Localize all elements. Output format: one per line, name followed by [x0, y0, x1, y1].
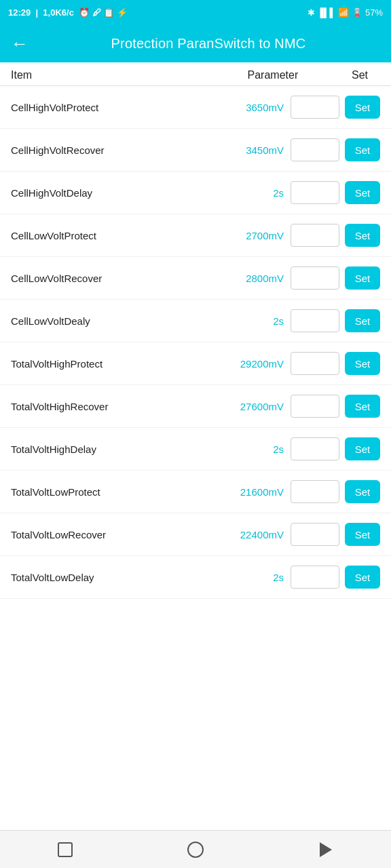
- set-button[interactable]: Set: [345, 566, 380, 589]
- row-param-value: 2s: [173, 572, 291, 583]
- table-row: TotalVoltLowDelay2sSet: [0, 556, 391, 599]
- status-icons: ✱ ▐▌▌ 📶 🪫 57%: [308, 7, 384, 18]
- row-set-input[interactable]: [291, 267, 339, 290]
- row-set-input[interactable]: [291, 352, 339, 375]
- row-item-name: TotalVoltLowProtect: [11, 486, 173, 498]
- row-item-name: TotalVoltLowDelay: [11, 572, 173, 583]
- table-row: TotalVoltLowRecover22400mVSet: [0, 513, 391, 556]
- header: ← Protection ParanSwitch to NMC: [0, 24, 391, 62]
- back-button[interactable]: ←: [11, 33, 29, 54]
- page-title: Protection ParanSwitch to NMC: [37, 36, 380, 52]
- circle-icon: [187, 842, 204, 858]
- table-row: TotalVoltHighDelay2sSet: [0, 428, 391, 471]
- set-button[interactable]: Set: [345, 267, 380, 290]
- status-bar: 12:29 | 1,0K6/c ⏰ 🖊 📋 ⚡ ✱ ▐▌▌ 📶 🪫 57%: [0, 0, 391, 24]
- home-button[interactable]: [185, 840, 206, 860]
- triangle-icon: [320, 842, 332, 857]
- col-header-item: Item: [11, 69, 206, 81]
- row-item-name: CellLowVoltDealy: [11, 315, 173, 327]
- row-set-input[interactable]: [291, 437, 339, 460]
- row-set-input[interactable]: [291, 480, 339, 503]
- table-row: CellLowVoltProtect2700mVSet: [0, 214, 391, 257]
- row-param-value: 2s: [173, 443, 291, 455]
- set-button[interactable]: Set: [345, 437, 380, 460]
- row-item-name: CellHighVoltRecover: [11, 144, 173, 156]
- status-time-speed: 12:29 | 1,0K6/c ⏰ 🖊 📋 ⚡: [8, 7, 128, 18]
- row-param-value: 2s: [173, 315, 291, 327]
- row-set-input[interactable]: [291, 566, 339, 589]
- nav-bar: [0, 830, 391, 868]
- set-button[interactable]: Set: [345, 96, 380, 119]
- column-headers: Item Parameter Set: [0, 62, 391, 86]
- row-param-value: 3450mV: [173, 144, 291, 156]
- set-button[interactable]: Set: [345, 181, 380, 204]
- row-item-name: CellLowVoltProtect: [11, 230, 173, 241]
- col-header-parameter: Parameter: [206, 69, 339, 81]
- table-row: TotalVoltHighRecover27600mVSet: [0, 385, 391, 428]
- row-param-value: 21600mV: [173, 486, 291, 498]
- table-row: CellLowVoltRecover2800mVSet: [0, 257, 391, 300]
- set-button[interactable]: Set: [345, 309, 380, 332]
- set-button[interactable]: Set: [345, 480, 380, 503]
- row-param-value: 22400mV: [173, 529, 291, 540]
- back-nav-button[interactable]: [316, 840, 336, 860]
- rows-container: CellHighVoltProtect3650mVSetCellHighVolt…: [0, 86, 391, 606]
- recent-apps-button[interactable]: [55, 840, 75, 860]
- row-param-value: 2s: [173, 187, 291, 199]
- set-button[interactable]: Set: [345, 352, 380, 375]
- table-row: CellHighVoltRecover3450mVSet: [0, 129, 391, 172]
- row-item-name: CellHighVoltDelay: [11, 187, 173, 199]
- row-param-value: 29200mV: [173, 358, 291, 370]
- table-row: TotalVoltLowProtect21600mVSet: [0, 471, 391, 513]
- row-param-value: 27600mV: [173, 401, 291, 412]
- row-item-name: TotalVoltHighRecover: [11, 401, 173, 412]
- row-item-name: CellHighVoltProtect: [11, 102, 173, 113]
- set-button[interactable]: Set: [345, 395, 380, 418]
- set-button[interactable]: Set: [345, 224, 380, 247]
- row-param-value: 2700mV: [173, 230, 291, 241]
- table-row: TotalVoltHighProtect29200mVSet: [0, 342, 391, 385]
- col-header-set: Set: [339, 69, 380, 81]
- row-set-input[interactable]: [291, 181, 339, 204]
- table-row: CellHighVoltProtect3650mVSet: [0, 86, 391, 129]
- set-button[interactable]: Set: [345, 138, 380, 161]
- row-set-input[interactable]: [291, 96, 339, 119]
- row-set-input[interactable]: [291, 395, 339, 418]
- row-param-value: 2800mV: [173, 273, 291, 284]
- row-item-name: TotalVoltHighDelay: [11, 443, 173, 455]
- row-item-name: TotalVoltLowRecover: [11, 529, 173, 540]
- row-param-value: 3650mV: [173, 102, 291, 113]
- row-set-input[interactable]: [291, 523, 339, 546]
- square-icon: [58, 842, 73, 857]
- table-row: CellHighVoltDelay2sSet: [0, 172, 391, 214]
- table-row: CellLowVoltDealy2sSet: [0, 300, 391, 342]
- row-set-input[interactable]: [291, 138, 339, 161]
- row-set-input[interactable]: [291, 224, 339, 247]
- row-set-input[interactable]: [291, 309, 339, 332]
- row-item-name: TotalVoltHighProtect: [11, 358, 173, 370]
- set-button[interactable]: Set: [345, 523, 380, 546]
- row-item-name: CellLowVoltRecover: [11, 273, 173, 284]
